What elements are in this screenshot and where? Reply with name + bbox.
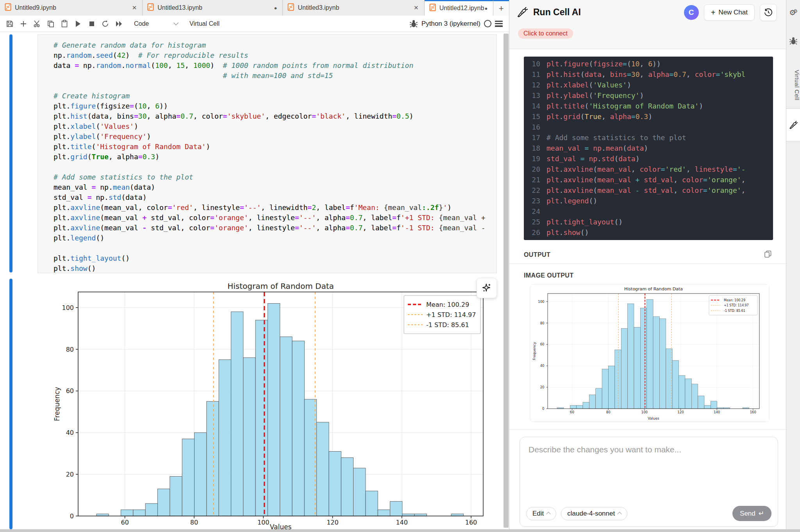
tab-bar: Untitled9.ipynb✕Untitled13.ipynb●Untitle…	[0, 0, 509, 16]
kernel-status-icon[interactable]	[484, 20, 491, 27]
code-line: # with mean=100 and std=15	[54, 71, 496, 81]
code-cell-input[interactable]: # Generate random data for histogramnp.r…	[38, 34, 497, 273]
code-line: data = np.random.normal(100, 15, 1000) #…	[54, 60, 496, 71]
cell-collapser-input[interactable]	[9, 34, 12, 272]
code-line: 17# Add some statistics to the plot	[524, 132, 773, 143]
code-line: 13plt.ylabel('Frequency')	[524, 90, 773, 101]
mode-dropdown[interactable]: Edit	[526, 507, 556, 520]
panel-header: Run Cell AI Click to connect C + New Cha…	[509, 0, 786, 49]
svg-text:100: 100	[62, 304, 74, 311]
svg-text:-1 STD: 85.61: -1 STD: 85.61	[426, 321, 469, 329]
code-line: plt.show()	[54, 263, 496, 273]
right-sidebar-rail: ⚙⚙ Virtual Cell	[786, 0, 800, 532]
ai-code-preview: 10plt.figure(figsize=(10, 6))11plt.hist(…	[524, 57, 773, 240]
copy-icon	[764, 250, 772, 258]
code-line: plt.axvline(mean_val + std_val, color='o…	[54, 213, 496, 223]
code-line: plt.hist(data, bins=30, alpha=0.7, color…	[54, 111, 496, 121]
tab-Untitled9[interactable]: Untitled9.ipynb✕	[0, 0, 143, 16]
line-number: 17	[524, 132, 540, 143]
svg-text:Histogram of Random Data: Histogram of Random Data	[227, 281, 334, 291]
run-all-button[interactable]	[114, 19, 124, 29]
code-line: 18mean_val = np.mean(data)	[524, 143, 773, 153]
restart-kernel-button[interactable]	[100, 19, 111, 29]
property-inspector-icon[interactable]: ⚙⚙	[786, 5, 800, 19]
notebook-scrollbar[interactable]	[504, 34, 509, 528]
stop-icon	[89, 21, 95, 27]
line-number: 19	[524, 153, 540, 164]
dirty-dot-icon[interactable]: ●	[484, 5, 488, 11]
cell-type-value: Code	[134, 20, 149, 27]
runcell-ai-rail-tab[interactable]	[786, 109, 800, 141]
svg-text:Mean: 100.29: Mean: 100.29	[426, 301, 469, 308]
code-line: # Add some statistics to the plot	[54, 172, 496, 182]
plus-icon: +	[711, 10, 716, 15]
avatar[interactable]: C	[684, 5, 699, 20]
history-button[interactable]	[760, 4, 777, 21]
composer-toolbar: Edit claude-4-sonnet Send ↵	[520, 506, 778, 521]
cut-cell-button[interactable]	[32, 19, 42, 29]
kernel-name[interactable]: Python 3 (ipykernel)	[421, 20, 480, 28]
cell-type-dropdown[interactable]: Code	[134, 20, 178, 27]
add-cell-button[interactable]	[18, 19, 29, 29]
svg-text:140: 140	[396, 519, 408, 526]
image-output-label: IMAGE OUTPUT	[524, 272, 573, 279]
scissors-icon	[33, 20, 41, 28]
chevron-up-icon	[546, 512, 551, 516]
svg-text:+1 STD: 114.97: +1 STD: 114.97	[426, 311, 476, 318]
code-line: 21plt.axvline(mean_val + std_val, color=…	[524, 174, 773, 185]
tab-Untitled3[interactable]: Untitled3.ipynb✕	[283, 0, 424, 16]
new-chat-button[interactable]: + New Chat	[704, 4, 755, 21]
code-line: plt.title('Histogram of Random Data')	[54, 142, 496, 152]
bug-icon[interactable]	[409, 20, 418, 28]
stop-kernel-button[interactable]	[87, 19, 97, 29]
histogram-plot: 6080100120140160020406080100Histogram of…	[51, 279, 509, 532]
code-line: mean_val = np.mean(data)	[54, 182, 496, 192]
cell-collapser-output[interactable]	[9, 279, 12, 529]
tab-Untitled13[interactable]: Untitled13.ipynb●	[143, 0, 283, 16]
notebook-file-icon	[288, 3, 294, 11]
new-tab-button[interactable]: +	[493, 0, 509, 16]
tab-Untitled12[interactable]: Untitled12.ipynb●	[425, 0, 494, 16]
code-line: 16	[524, 122, 773, 132]
menu-icon[interactable]	[495, 21, 503, 27]
svg-text:160: 160	[750, 410, 756, 414]
line-number: 12	[524, 80, 540, 90]
run-cell-button[interactable]	[73, 19, 83, 29]
dirty-dot-icon[interactable]: ●	[274, 5, 277, 11]
code-line: 10plt.figure(figsize=(10, 6))	[524, 59, 773, 69]
app-window: Untitled9.ipynb✕Untitled13.ipynb●Untitle…	[0, 0, 800, 532]
line-number: 21	[524, 174, 540, 185]
output-section-header: OUTPUT	[509, 246, 786, 264]
svg-text:100: 100	[538, 300, 544, 304]
close-icon[interactable]: ✕	[132, 4, 137, 11]
code-line: 20plt.axvline(mean_val, color='red', lin…	[524, 164, 773, 174]
connect-status-badge[interactable]: Click to connect	[518, 28, 573, 39]
code-line: 22plt.axvline(mean_val - std_val, color=…	[524, 185, 773, 196]
chat-composer[interactable]: Edit claude-4-sonnet Send ↵	[520, 437, 778, 527]
copy-cell-button[interactable]	[46, 19, 56, 29]
code-line: plt.grid(True, alpha=0.3)	[54, 152, 496, 162]
close-icon[interactable]: ✕	[414, 4, 419, 11]
code-line: 15plt.grid(True, alpha=0.3)	[524, 111, 773, 122]
save-icon	[6, 20, 14, 28]
runcell-ai-panel: Run Cell AI Click to connect C + New Cha…	[509, 0, 786, 532]
svg-text:Frequency: Frequency	[53, 387, 61, 421]
tab-label: Untitled12.ipynb	[439, 5, 484, 12]
svg-text:120: 120	[327, 519, 339, 526]
send-button[interactable]: Send ↵	[732, 506, 771, 521]
paste-cell-button[interactable]	[59, 19, 70, 29]
svg-text:20: 20	[540, 385, 545, 389]
chevron-down-icon	[173, 20, 179, 25]
debugger-icon[interactable]	[789, 37, 798, 47]
ai-sparkle-button[interactable]	[477, 278, 497, 298]
copy-output-button[interactable]	[764, 250, 772, 260]
chat-input[interactable]	[520, 437, 778, 496]
notebook-file-icon	[429, 4, 436, 11]
code-editor[interactable]: # Generate random data for histogramnp.r…	[38, 35, 496, 273]
line-number: 14	[524, 101, 540, 111]
svg-text:0: 0	[542, 407, 544, 411]
save-button[interactable]	[5, 19, 15, 29]
svg-text:Mean: 100.29: Mean: 100.29	[724, 299, 745, 302]
model-dropdown[interactable]: claude-4-sonnet	[561, 507, 627, 520]
svg-text:80: 80	[540, 321, 545, 325]
